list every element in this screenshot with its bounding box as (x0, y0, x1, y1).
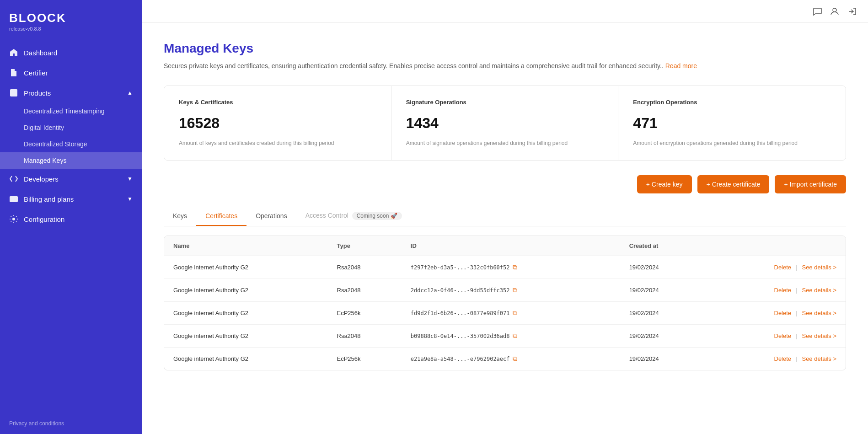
table-row: Google internet Authority G2 Rsa2048 2dd… (164, 279, 846, 302)
delete-button-4[interactable]: Delete (774, 355, 792, 362)
sidebar-item-dashboard[interactable]: Dashboard (0, 43, 142, 63)
file-icon (9, 68, 18, 77)
see-details-button-2[interactable]: See details > (802, 310, 836, 316)
cell-actions-1: Delete | See details > (704, 279, 846, 302)
stat-signature-label: Signature Operations (406, 99, 604, 106)
table-row: Google internet Authority G2 EcP256k fd9… (164, 302, 846, 325)
stat-signature-desc: Amount of signature operations generated… (406, 139, 604, 147)
cell-id-2: fd9d2f1d-6b26-...-0877e989f071 ⧉ (402, 302, 620, 325)
cell-type-2: EcP256k (328, 302, 402, 325)
privacy-footer[interactable]: Privacy and conditions (0, 413, 142, 434)
sidebar-item-label-dashboard: Dashboard (24, 49, 57, 57)
sidebar-subnav-label-digital-identity: Digital Identity (24, 124, 64, 131)
delete-button-0[interactable]: Delete (774, 264, 792, 271)
user-icon[interactable] (830, 6, 840, 16)
coming-soon-badge: Coming soon 🚀 (352, 212, 402, 220)
sidebar-item-certifier[interactable]: Certifier (0, 63, 142, 83)
logo-area: BLOOCK release-v0.8.8 (0, 0, 142, 35)
code-icon (9, 174, 18, 183)
cell-created-0: 19/02/2024 (620, 256, 704, 279)
chevron-up-icon: ▲ (127, 90, 133, 96)
sidebar-item-label-certifier: Certifier (24, 69, 48, 77)
page-title: Managed Keys (164, 41, 846, 56)
copy-icon-2[interactable]: ⧉ (513, 309, 517, 317)
see-details-button-4[interactable]: See details > (802, 355, 836, 362)
sidebar-item-products[interactable]: Products ▲ (0, 83, 142, 103)
card-icon (9, 194, 18, 204)
sidebar-subnav-label-decentralized-timestamping: Decentralized Timestamping (24, 107, 105, 115)
copy-icon-3[interactable]: ⧉ (513, 332, 517, 340)
cell-created-2: 19/02/2024 (620, 302, 704, 325)
separator-2: | (796, 310, 797, 316)
delete-button-2[interactable]: Delete (774, 310, 792, 316)
cell-name-1: Google internet Authority G2 (164, 279, 328, 302)
tabs-row: Keys Certificates Operations Access Cont… (164, 206, 846, 226)
chat-icon[interactable] (812, 6, 822, 16)
cell-type-1: Rsa2048 (328, 279, 402, 302)
col-actions (704, 236, 846, 256)
cell-actions-3: Delete | See details > (704, 325, 846, 348)
stat-encryption-label: Encryption Operations (633, 99, 831, 106)
chevron-down-icon-developers: ▼ (127, 176, 133, 182)
tab-keys[interactable]: Keys (164, 207, 196, 226)
sidebar-subnav-label-decentralized-storage: Decentralized Storage (24, 140, 87, 148)
stat-card-encryption: Encryption Operations 471 Amount of encr… (618, 86, 846, 160)
cell-actions-4: Delete | See details > (704, 348, 846, 370)
import-certificate-button[interactable]: + Import certificate (775, 175, 846, 193)
create-key-button[interactable]: + Create key (637, 175, 692, 193)
copy-icon-4[interactable]: ⧉ (513, 355, 517, 363)
stat-encryption-value: 471 (633, 115, 831, 132)
sidebar-item-configuration[interactable]: Configuration (0, 209, 142, 229)
sidebar-nav: Dashboard Certifier Products ▲ Decentral… (0, 35, 142, 413)
sidebar-item-developers[interactable]: Developers ▼ (0, 169, 142, 189)
sidebar-item-decentralized-timestamping[interactable]: Decentralized Timestamping (0, 103, 142, 119)
box-icon (9, 88, 18, 97)
action-bar: + Create key + Create certificate + Impo… (164, 175, 846, 193)
copy-icon-0[interactable]: ⧉ (513, 263, 517, 271)
create-certificate-button[interactable]: + Create certificate (697, 175, 770, 193)
tab-certificates[interactable]: Certificates (196, 207, 246, 226)
stat-keys-value: 16528 (179, 115, 376, 132)
table-row: Google internet Authority G2 Rsa2048 b09… (164, 325, 846, 348)
cell-created-4: 19/02/2024 (620, 348, 704, 370)
see-details-button-1[interactable]: See details > (802, 287, 836, 294)
logout-icon[interactable] (847, 6, 857, 16)
page-description: Secures private keys and certificates, e… (164, 61, 846, 71)
sidebar-item-billing[interactable]: Billing and plans ▼ (0, 189, 142, 209)
stat-card-keys: Keys & Certificates 16528 Amount of keys… (164, 86, 391, 160)
cell-created-1: 19/02/2024 (620, 279, 704, 302)
products-subnav: Decentralized Timestamping Digital Ident… (0, 103, 142, 169)
table-row: Google internet Authority G2 Rsa2048 f29… (164, 256, 846, 279)
home-icon (9, 48, 18, 57)
delete-button-1[interactable]: Delete (774, 287, 792, 294)
chevron-down-icon-billing: ▼ (127, 196, 133, 202)
separator-0: | (796, 264, 797, 271)
stat-card-signature: Signature Operations 1434 Amount of sign… (391, 86, 619, 160)
sidebar-item-decentralized-storage[interactable]: Decentralized Storage (0, 136, 142, 152)
table-row: Google internet Authority G2 EcP256k e21… (164, 348, 846, 370)
cell-id-1: 2ddcc12a-0f46-...-9dd55dffc352 ⧉ (402, 279, 620, 302)
page-content: Managed Keys Secures private keys and ce… (142, 23, 868, 434)
svg-point-3 (12, 218, 15, 220)
svg-rect-0 (10, 89, 17, 96)
cell-created-3: 19/02/2024 (620, 325, 704, 348)
col-id: ID (402, 236, 620, 256)
stat-signature-value: 1434 (406, 115, 604, 132)
read-more-link[interactable]: Read more (665, 62, 697, 70)
see-details-button-0[interactable]: See details > (802, 264, 836, 271)
sidebar-item-digital-identity[interactable]: Digital Identity (0, 119, 142, 136)
see-details-button-3[interactable]: See details > (802, 332, 836, 339)
tab-operations[interactable]: Operations (246, 207, 296, 226)
stats-row: Keys & Certificates 16528 Amount of keys… (164, 86, 846, 161)
cell-actions-2: Delete | See details > (704, 302, 846, 325)
sidebar-item-managed-keys[interactable]: Managed Keys (0, 152, 142, 169)
sidebar-item-label-developers: Developers (24, 175, 59, 183)
delete-button-3[interactable]: Delete (774, 332, 792, 339)
app-name: BLOOCK (9, 11, 133, 25)
topbar (142, 0, 868, 23)
sidebar-subnav-label-managed-keys: Managed Keys (24, 157, 66, 164)
cell-name-4: Google internet Authority G2 (164, 348, 328, 370)
copy-icon-1[interactable]: ⧉ (513, 286, 517, 294)
tab-access-control: Access Control Coming soon 🚀 (296, 206, 411, 226)
sidebar: BLOOCK release-v0.8.8 Dashboard Certifie… (0, 0, 142, 434)
